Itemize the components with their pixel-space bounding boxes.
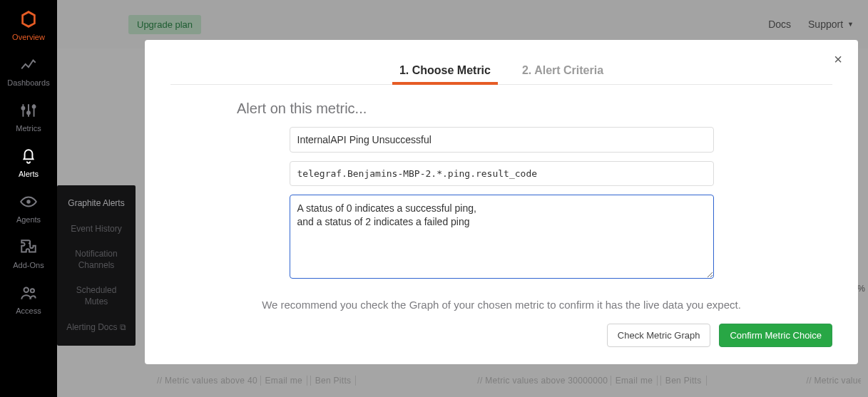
- nav-agents[interactable]: Agents: [0, 184, 57, 230]
- nav-label: Dashboards: [7, 78, 49, 87]
- nav-label: Overview: [12, 33, 45, 41]
- nav-alerts[interactable]: Alerts: [0, 138, 57, 184]
- svg-point-0: [21, 107, 24, 110]
- svg-point-3: [26, 200, 30, 203]
- svg-point-5: [31, 289, 34, 292]
- nav-overview[interactable]: Overview: [0, 0, 57, 47]
- wizard-steps: 1. Choose Metric 2. Alert Criteria: [170, 60, 832, 85]
- nav-label: Alerts: [19, 170, 39, 178]
- eye-icon: [19, 192, 38, 211]
- step-alert-criteria[interactable]: 2. Alert Criteria: [519, 60, 606, 84]
- close-icon[interactable]: ×: [834, 51, 842, 68]
- sliders-icon: [19, 101, 38, 120]
- people-icon: [19, 284, 38, 302]
- recommendation-text: We recommend you check the Graph of your…: [170, 299, 832, 311]
- bell-icon: [19, 147, 38, 165]
- confirm-metric-choice-button[interactable]: Confirm Metric Choice: [719, 324, 832, 347]
- svg-point-4: [24, 287, 29, 292]
- nav-addons[interactable]: Add-Ons: [0, 230, 57, 275]
- svg-point-1: [27, 111, 30, 114]
- chart-line-icon: [19, 56, 38, 74]
- nav-label: Agents: [16, 215, 41, 224]
- logo-icon: [19, 10, 38, 29]
- nav-dashboards[interactable]: Dashboards: [0, 47, 57, 93]
- nav-metrics[interactable]: Metrics: [0, 93, 57, 138]
- alert-name-input[interactable]: [290, 127, 714, 153]
- create-alert-modal: × 1. Choose Metric 2. Alert Criteria Ale…: [145, 40, 858, 364]
- nav-label: Add-Ons: [13, 261, 44, 269]
- check-metric-graph-button[interactable]: Check Metric Graph: [607, 324, 711, 347]
- section-title: Alert on this metric...: [237, 100, 832, 117]
- side-nav: Overview Dashboards Metrics Alerts Agent…: [0, 0, 57, 397]
- modal-actions: Check Metric Graph Confirm Metric Choice: [170, 324, 832, 347]
- metric-path-input[interactable]: [290, 161, 714, 186]
- alert-description-textarea[interactable]: [290, 195, 714, 279]
- nav-label: Access: [16, 306, 41, 315]
- nav-label: Metrics: [16, 124, 41, 133]
- puzzle-icon: [19, 238, 38, 257]
- step-choose-metric[interactable]: 1. Choose Metric: [397, 60, 494, 84]
- nav-access[interactable]: Access: [0, 275, 57, 321]
- svg-point-2: [33, 105, 36, 108]
